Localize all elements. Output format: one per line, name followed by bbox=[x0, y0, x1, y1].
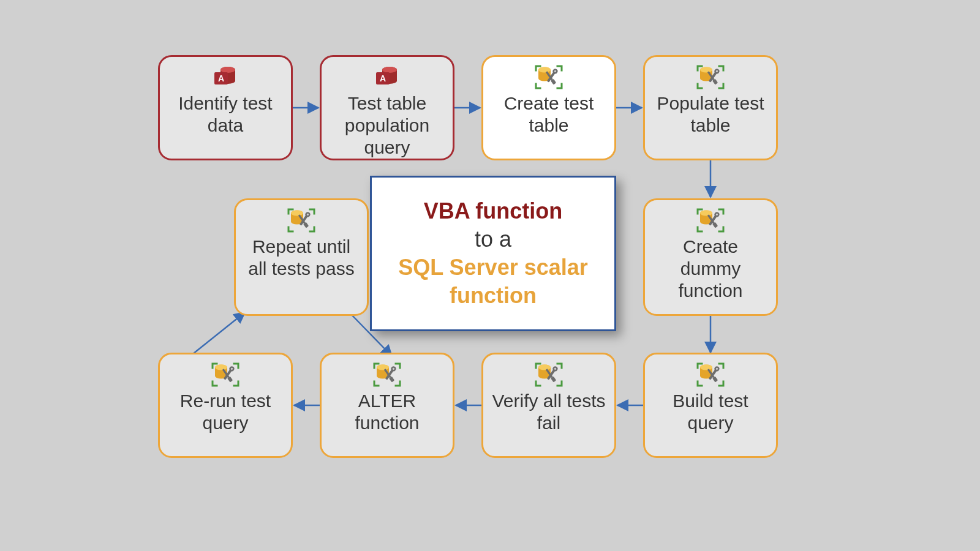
node-label: Create test table bbox=[483, 92, 614, 137]
svg-point-54 bbox=[538, 365, 551, 370]
node-repeat-until-all-tests-pass: Repeat until all tests pass bbox=[234, 198, 369, 316]
sql-tools-icon bbox=[210, 361, 241, 389]
node-build-test-query: Build test query bbox=[643, 353, 778, 458]
node-rerun-test-query: Re-run test query bbox=[158, 353, 293, 458]
svg-line-8 bbox=[190, 312, 245, 356]
node-label: Create dummy function bbox=[645, 236, 776, 302]
svg-point-61 bbox=[377, 365, 389, 370]
sql-tools-icon bbox=[372, 361, 402, 389]
node-label: Populate test table bbox=[645, 92, 776, 137]
node-label: Identify test data bbox=[160, 92, 291, 137]
sql-tools-icon bbox=[695, 63, 726, 91]
svg-point-33 bbox=[700, 211, 712, 216]
sql-tools-icon bbox=[695, 361, 726, 389]
center-line-2: to a bbox=[475, 225, 511, 253]
svg-point-26 bbox=[700, 67, 712, 73]
node-label: Re-run test query bbox=[160, 390, 291, 434]
node-alter-function: ALTER function bbox=[320, 353, 454, 458]
svg-point-40 bbox=[291, 211, 303, 216]
node-populate-test-table: Populate test table bbox=[643, 55, 778, 160]
svg-point-19 bbox=[538, 67, 551, 73]
sql-tools-icon bbox=[533, 63, 564, 91]
node-label: Test table population query bbox=[322, 92, 453, 159]
node-label: Verify all tests fail bbox=[483, 390, 614, 434]
node-label: ALTER function bbox=[322, 390, 453, 434]
svg-point-68 bbox=[215, 365, 227, 370]
sql-tools-icon bbox=[695, 206, 726, 234]
node-label: Build test query bbox=[645, 390, 776, 434]
center-line-1: VBA function bbox=[424, 197, 563, 225]
node-create-test-table: Create test table bbox=[481, 55, 616, 160]
diagram-stage: A Identify test data A Test table popula… bbox=[0, 0, 980, 551]
node-create-dummy-function: Create dummy function bbox=[643, 198, 778, 316]
center-title-card: VBA function to a SQL Server scalar func… bbox=[370, 176, 616, 331]
node-identify-test-data: A Identify test data bbox=[158, 55, 293, 160]
sql-tools-icon bbox=[286, 206, 317, 234]
svg-text:A: A bbox=[380, 73, 386, 83]
access-icon: A bbox=[374, 63, 401, 91]
svg-point-11 bbox=[221, 67, 235, 73]
sql-tools-icon bbox=[533, 361, 564, 389]
svg-point-47 bbox=[700, 365, 712, 370]
svg-text:A: A bbox=[218, 73, 224, 83]
node-verify-all-tests-fail: Verify all tests fail bbox=[481, 353, 616, 458]
svg-point-15 bbox=[382, 67, 397, 73]
access-icon: A bbox=[212, 63, 239, 91]
center-line-3: SQL Server scalar function bbox=[380, 253, 606, 310]
node-label: Repeat until all tests pass bbox=[236, 236, 367, 280]
node-test-table-population-query: A Test table population query bbox=[320, 55, 454, 160]
